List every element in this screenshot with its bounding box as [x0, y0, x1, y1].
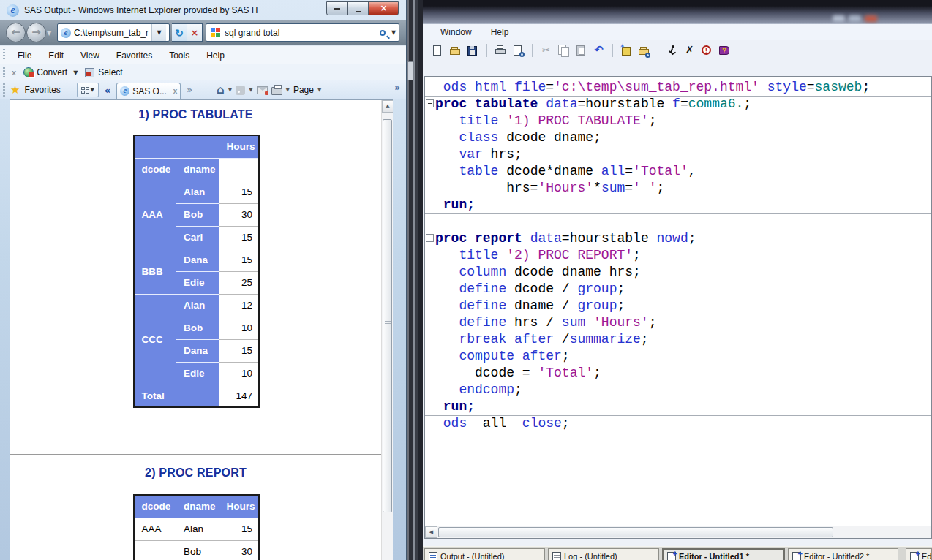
hscrollbar-thumb[interactable]	[438, 527, 833, 537]
cut-icon[interactable]: ✂	[540, 45, 552, 57]
sas-minimize-button[interactable]	[833, 15, 845, 22]
ie-menu-tools[interactable]: Tools	[169, 50, 189, 61]
code-line[interactable]: column dcode dname hrs;	[435, 264, 931, 281]
read-mail-icon[interactable]	[257, 86, 268, 94]
code-line[interactable]: rbreak after /summarize;	[435, 331, 931, 348]
code-area[interactable]: ods html file='c:\temp\sum_tab_rep.html'…	[435, 79, 931, 432]
address-dropdown-icon[interactable]: ▼	[151, 24, 166, 41]
print-dropdown-icon[interactable]: ▼	[286, 87, 290, 93]
stop-button[interactable]: ×	[187, 23, 203, 42]
favorites-star-icon[interactable]: ★	[10, 83, 20, 97]
help-icon[interactable]: ?	[718, 45, 731, 57]
tab-scroll-right-icon[interactable]: »	[187, 85, 192, 95]
code-line[interactable]: ods _all_ close;	[435, 415, 931, 432]
tab-close-icon[interactable]: x	[173, 87, 178, 95]
submit-icon[interactable]	[666, 45, 678, 57]
paste-icon[interactable]	[575, 45, 587, 57]
address-bar[interactable]: e C:\temp\sum_tab_r ▼	[57, 23, 170, 42]
tab-scroll-left-icon[interactable]: «	[105, 85, 110, 96]
search-dropdown-icon[interactable]: ▼	[388, 29, 399, 36]
sas-maximize-button[interactable]	[849, 15, 861, 22]
home-dropdown-icon[interactable]: ▼	[228, 87, 232, 93]
feeds-icon[interactable]	[236, 86, 245, 95]
browser-tab-sas-output[interactable]: e SAS O... x	[116, 83, 181, 99]
browse-icon[interactable]	[638, 45, 650, 57]
toolbar-overflow-icon[interactable]: »	[394, 83, 400, 93]
code-line[interactable]: define dname / group;	[435, 298, 931, 314]
convert-button[interactable]: Convert	[37, 67, 67, 77]
copy-icon[interactable]	[557, 45, 570, 57]
back-button[interactable]: ←	[6, 23, 26, 42]
ie-menu-view[interactable]: View	[80, 50, 99, 61]
ie-menu-help[interactable]: Help	[206, 50, 225, 61]
ie-titlebar[interactable]: e SAS Output - Windows Internet Explorer…	[0, 0, 406, 20]
forward-button[interactable]: →	[26, 23, 46, 42]
search-box[interactable]: sql grand total ▼	[206, 23, 399, 42]
close-toolbar-icon[interactable]: x	[12, 68, 16, 77]
code-line[interactable]	[435, 213, 931, 230]
clear-icon[interactable]: ✗	[683, 45, 696, 57]
refresh-button[interactable]: ↻	[172, 23, 187, 42]
fold-collapse-icon[interactable]	[426, 99, 434, 107]
code-line[interactable]: run;	[435, 197, 931, 213]
window-tab-editor-untitled2[interactable]: Editor - Untitled2 *	[788, 548, 898, 560]
page-menu-button[interactable]: Page	[293, 85, 314, 95]
search-icon[interactable]	[380, 30, 386, 36]
home-icon[interactable]: ⌂	[217, 83, 225, 97]
scroll-left-icon[interactable]: ◀	[425, 526, 437, 538]
fold-collapse-icon[interactable]	[426, 234, 434, 242]
print-icon[interactable]	[495, 45, 507, 57]
scroll-up-icon[interactable]: ▲	[382, 100, 393, 113]
address-text[interactable]: C:\temp\sum_tab_r	[74, 28, 151, 38]
sas-menu-window[interactable]: Window	[440, 27, 472, 37]
code-line[interactable]: table dcode*dname all='Total',	[435, 163, 931, 180]
code-line[interactable]: title '1) PROC TABULATE';	[435, 113, 931, 129]
sas-menu-help[interactable]: Help	[491, 27, 509, 37]
code-line[interactable]: class dcode dname;	[435, 129, 931, 146]
window-tab-editor-untitled1[interactable]: Editor - Untitled1 *	[662, 548, 785, 560]
editor-hscrollbar[interactable]: ◀	[425, 526, 931, 538]
tab-label[interactable]: SAS O...	[132, 86, 171, 97]
open-icon[interactable]	[449, 45, 462, 57]
code-line[interactable]: title '2) PROC REPORT';	[435, 247, 931, 264]
recent-pages-dropdown-icon[interactable]: ▼	[47, 30, 51, 37]
quick-tabs-button[interactable]: ▼	[77, 83, 99, 97]
sas-close-button[interactable]	[865, 15, 877, 22]
window-tab-ed[interactable]: Ed	[906, 548, 932, 560]
close-button[interactable]: ×	[369, 1, 399, 15]
undo-icon[interactable]: ↶	[593, 45, 605, 57]
new-icon[interactable]	[432, 45, 444, 57]
code-line[interactable]: var hrs;	[435, 146, 931, 163]
save-icon[interactable]	[467, 45, 479, 57]
sas-titlebar[interactable]	[423, 0, 932, 24]
window-tab-log-untitled[interactable]: Log - (Untitled)	[548, 548, 659, 560]
code-line[interactable]: compute after;	[435, 348, 931, 365]
code-line[interactable]: define hrs / sum 'Hours';	[435, 314, 931, 331]
ie-menu-edit[interactable]: Edit	[48, 50, 64, 61]
minimize-button[interactable]	[326, 1, 347, 15]
window-tab-output-untitled[interactable]: Output - (Untitled)	[424, 548, 545, 560]
print-icon[interactable]	[271, 87, 282, 95]
preview-icon[interactable]	[512, 45, 525, 57]
ie-menu-file[interactable]: File	[18, 50, 31, 61]
code-line[interactable]: ods html file='c:\temp\sum_tab_rep.html'…	[435, 79, 931, 96]
code-line[interactable]: endcomp;	[435, 382, 931, 398]
code-line[interactable]: run;	[435, 398, 931, 415]
select-button[interactable]: Select	[98, 67, 122, 77]
page-dropdown-icon[interactable]: ▼	[317, 87, 321, 93]
favorites-button[interactable]: Favorites	[24, 85, 60, 95]
code-line[interactable]: proc tabulate data=hourstable f=comma6.;	[435, 96, 931, 113]
scrollbar-thumb[interactable]	[383, 119, 392, 512]
enhanced-editor[interactable]: ods html file='c:\temp\sum_tab_rep.html'…	[424, 76, 932, 539]
code-line[interactable]: proc report data=hourstable nowd;	[435, 230, 931, 247]
ie-menu-favorites[interactable]: Favorites	[116, 50, 152, 61]
search-query-text[interactable]: sql grand total	[225, 28, 380, 38]
newlib-icon[interactable]: ✶	[620, 45, 633, 57]
code-line[interactable]: dcode = 'Total';	[435, 365, 931, 382]
content-scrollbar[interactable]: ▲	[381, 100, 393, 560]
feeds-dropdown-icon[interactable]: ▼	[249, 87, 252, 93]
break-icon[interactable]: !	[701, 45, 713, 57]
convert-dropdown-icon[interactable]: ▼	[73, 69, 78, 76]
maximize-button[interactable]	[347, 1, 369, 15]
code-line[interactable]: define dcode / group;	[435, 281, 931, 298]
